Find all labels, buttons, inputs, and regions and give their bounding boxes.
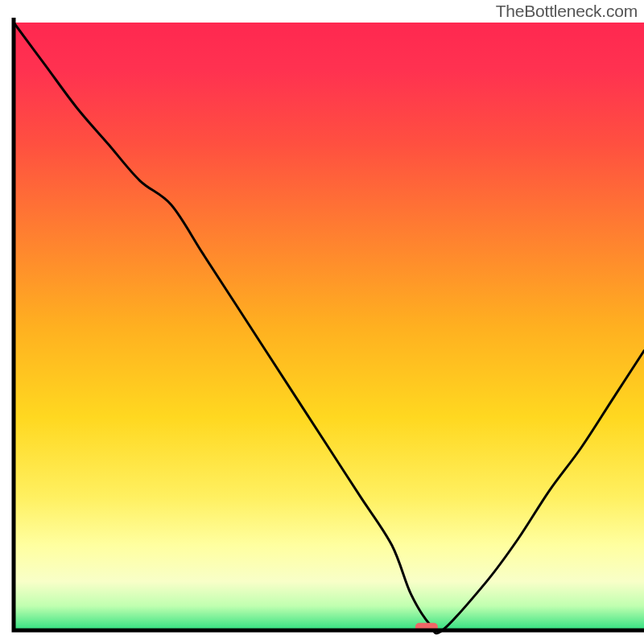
chart-svg [0, 0, 644, 644]
watermark-text: TheBottleneck.com [496, 2, 638, 21]
plot-background [14, 23, 644, 630]
bottleneck-chart: TheBottleneck.com [0, 0, 644, 644]
